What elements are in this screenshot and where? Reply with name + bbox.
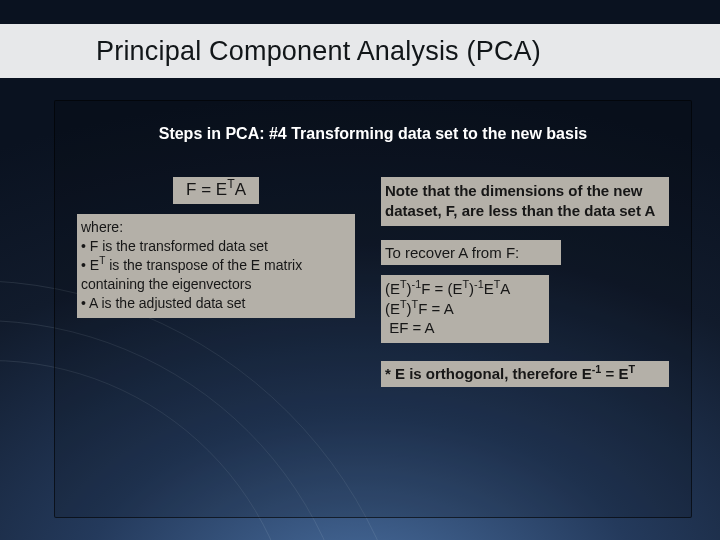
- equation-line: (ET)-1F = (ET)-1ETA: [385, 279, 543, 299]
- where-item: • F is the transformed data set: [81, 237, 347, 256]
- slide: Principal Component Analysis (PCA) Steps…: [0, 0, 720, 540]
- where-item: • A is the adjusted data set: [81, 294, 347, 313]
- where-item: • ET is the transpose of the E matrix co…: [81, 256, 347, 294]
- where-label: where:: [81, 218, 347, 237]
- equation-line: (ET)TF = A: [385, 299, 543, 319]
- note-box: Note that the dimensions of the new data…: [381, 177, 669, 226]
- slide-title: Principal Component Analysis (PCA): [96, 36, 541, 67]
- columns: F = ETA where: • F is the transformed da…: [77, 177, 669, 387]
- title-bar: Principal Component Analysis (PCA): [0, 24, 720, 78]
- equation-line: EF = A: [385, 318, 543, 338]
- equations: (ET)-1F = (ET)-1ETA (ET)TF = A EF = A: [381, 275, 549, 343]
- footnote: * E is orthogonal, therefore E-1 = ET: [381, 361, 669, 387]
- right-column: Note that the dimensions of the new data…: [381, 177, 669, 387]
- recover-label: To recover A from F:: [381, 240, 561, 265]
- subtitle: Steps in PCA: #4 Transforming data set t…: [77, 125, 669, 143]
- left-column: F = ETA where: • F is the transformed da…: [77, 177, 355, 387]
- content-panel: Steps in PCA: #4 Transforming data set t…: [54, 100, 692, 518]
- formula: F = ETA: [173, 177, 259, 204]
- where-block: where: • F is the transformed data set •…: [77, 214, 355, 318]
